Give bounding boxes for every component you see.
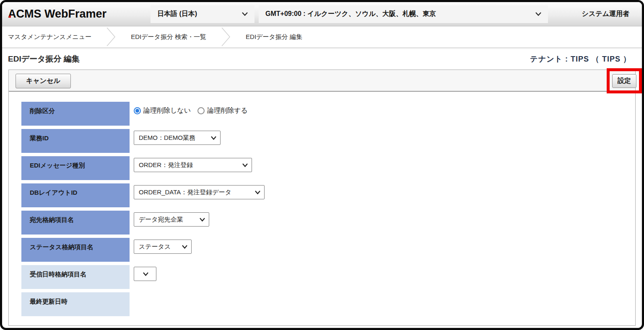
chevron-down-icon	[200, 218, 205, 222]
row-control: DEMO：DEMO業務	[134, 129, 221, 145]
field-select[interactable]: ステータス	[134, 240, 192, 254]
cancel-button[interactable]: キャンセル	[16, 74, 71, 88]
radio-option-label: 論理削除しない	[143, 106, 191, 115]
page-title: EDIデータ振分 編集	[8, 54, 80, 64]
radio-unselected-icon[interactable]	[197, 107, 205, 114]
form-row: ステータス格納項目名 ステータス	[21, 238, 627, 262]
row-control: データ宛先企業	[134, 211, 209, 227]
field-select-value: ステータス	[139, 243, 171, 251]
chevron-down-icon	[242, 12, 248, 16]
form-row: 宛先格納項目名 データ宛先企業	[21, 211, 627, 235]
chevron-down-icon	[242, 163, 248, 167]
form-row: 最終更新日時	[21, 292, 627, 316]
row-control: ステータス	[134, 238, 192, 254]
field-select[interactable]: DEMO：DEMO業務	[134, 131, 221, 145]
form-row: DBレイアウトID ORDER_DATA：発注登録データ	[21, 183, 627, 207]
row-label: 業務ID	[21, 129, 130, 153]
field-select[interactable]: ORDER：発注登録	[134, 158, 252, 172]
chevron-down-icon	[143, 272, 148, 276]
field-select[interactable]: ORDER_DATA：発注登録データ	[134, 185, 265, 199]
submit-settings-button[interactable]: 設定	[612, 74, 636, 88]
chevron-down-icon	[182, 245, 187, 249]
row-label: DBレイアウトID	[21, 183, 130, 207]
edit-panel: キャンセル 設定 削除区分 論理削除しない論理削除する 業務ID DEMO：DE…	[8, 70, 636, 326]
radio-group: 論理削除しない論理削除する	[134, 102, 254, 115]
highlight-annotation-box: 設定	[607, 68, 642, 93]
field-select-value: ORDER_DATA：発注登録データ	[139, 188, 231, 196]
row-control: ORDER：発注登録	[134, 156, 252, 172]
row-control: ORDER_DATA：発注登録データ	[134, 183, 265, 199]
breadcrumb: マスタメンテナンスメニュー EDIデータ振分 検索・一覧 EDIデータ振分 編集	[2, 26, 642, 48]
field-select-value: DEMO：DEMO業務	[139, 134, 195, 142]
title-row: EDIデータ振分 編集 テナント : TIPS （ TIPS ）	[2, 48, 642, 69]
row-label: 宛先格納項目名	[21, 211, 130, 235]
field-select-value: データ宛先企業	[139, 216, 183, 224]
app-header: ACMS WebFramer 日本語 (日本) GMT+09:00 : イルクー…	[2, 2, 642, 26]
chevron-down-icon	[211, 136, 216, 140]
field-select-value: ORDER：発注登録	[139, 161, 193, 169]
chevron-right-icon	[106, 28, 116, 46]
row-label: 受信日時格納項目名	[21, 265, 130, 289]
breadcrumb-item-search-list[interactable]: EDIデータ振分 検索・一覧	[131, 33, 206, 41]
toolbar: キャンセル 設定	[9, 70, 635, 92]
form-row: 削除区分 論理削除しない論理削除する	[21, 102, 627, 126]
app-logo: ACMS WebFramer	[8, 7, 146, 21]
row-label: 削除区分	[21, 102, 130, 126]
language-select[interactable]: 日本語 (日本)	[151, 5, 254, 23]
field-select[interactable]: データ宛先企業	[134, 212, 209, 227]
user-role-label: システム運用者	[582, 10, 630, 18]
breadcrumb-item-edit: EDIデータ振分 編集	[246, 33, 302, 41]
breadcrumb-item-master-menu[interactable]: マスタメンテナンスメニュー	[8, 33, 91, 41]
chevron-down-icon	[535, 12, 541, 16]
row-label: EDIメッセージ種別	[21, 156, 130, 180]
form-row: EDIメッセージ種別 ORDER：発注登録	[21, 156, 627, 180]
row-label: 最終更新日時	[21, 292, 130, 316]
row-control	[134, 265, 156, 281]
radio-option[interactable]: 論理削除しない	[134, 106, 191, 115]
timezone-select-value: GMT+09:00 : イルクーツク、ソウル、大阪、札幌、東京	[265, 10, 436, 18]
language-select-value: 日本語 (日本)	[157, 10, 197, 18]
field-select[interactable]	[134, 267, 156, 281]
radio-option[interactable]: 論理削除する	[197, 106, 248, 115]
row-control: 論理削除しない論理削除する	[134, 102, 254, 115]
chevron-down-icon	[255, 191, 260, 194]
timezone-select[interactable]: GMT+09:00 : イルクーツク、ソウル、大阪、札幌、東京	[259, 5, 548, 23]
form-row: 業務ID DEMO：DEMO業務	[21, 129, 627, 153]
tenant-label: テナント : TIPS （ TIPS ）	[530, 54, 631, 64]
row-label: ステータス格納項目名	[21, 238, 130, 262]
radio-selected-icon[interactable]	[134, 107, 141, 114]
app-window: ACMS WebFramer 日本語 (日本) GMT+09:00 : イルクー…	[0, 0, 644, 330]
form-row: 受信日時格納項目名	[21, 265, 627, 289]
radio-option-label: 論理削除する	[207, 106, 248, 115]
chevron-right-icon	[221, 28, 231, 46]
form-body: 削除区分 論理削除しない論理削除する 業務ID DEMO：DEMO業務 EDIメ…	[9, 92, 635, 325]
